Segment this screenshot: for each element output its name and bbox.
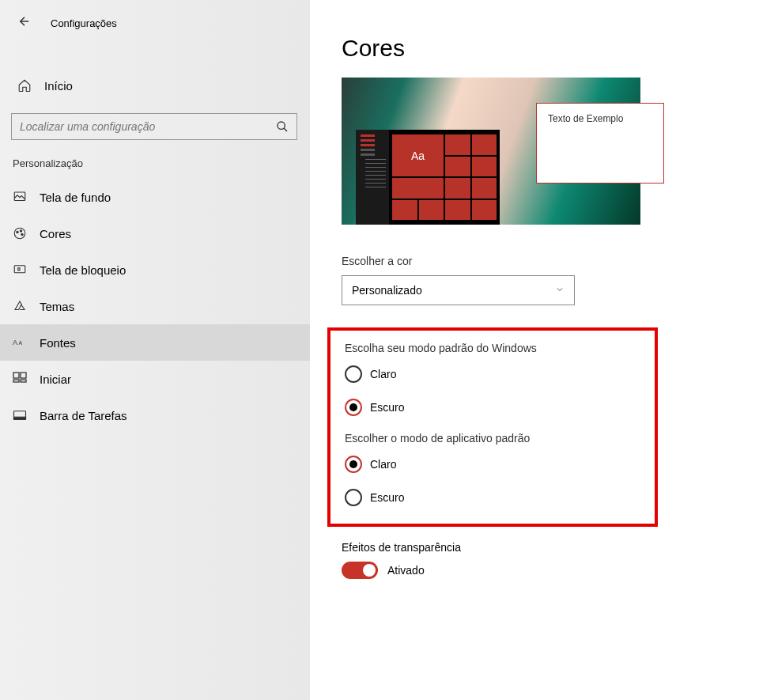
nav-item-start[interactable]: Iniciar [0,361,310,397]
chevron-down-icon [555,285,565,297]
preview-tile: Aa [392,134,444,176]
svg-text:A: A [13,339,17,346]
header: Configurações [0,0,310,47]
header-title: Configurações [51,17,117,29]
radio-icon [345,489,362,506]
nav-item-themes[interactable]: Temas [0,288,310,324]
svg-rect-15 [14,417,26,419]
back-arrow-icon[interactable] [17,14,32,32]
transparency-label: Efeitos de transparência [342,541,778,554]
nav-label: Tela de fundo [40,191,111,204]
nav-item-lockscreen[interactable]: Tela de bloqueio [0,252,310,288]
highlight-box: Escolha seu modo padrão do Windows Claro… [327,327,658,527]
transparency-value: Ativado [387,564,425,577]
preview-window: Texto de Exemplo [536,103,664,184]
nav-label: Temas [40,300,74,313]
svg-rect-11 [21,373,26,378]
radio-windows-light[interactable]: Claro [345,365,640,383]
radio-windows-dark[interactable]: Escuro [345,399,640,416]
dropdown-value: Personalizado [352,284,422,297]
search-box[interactable] [11,113,297,140]
section-label: Personalização [0,140,310,179]
svg-rect-13 [21,380,26,382]
themes-icon [13,299,27,313]
radio-icon [345,399,362,416]
home-icon [17,78,32,93]
svg-rect-12 [13,380,19,382]
nav-item-colors[interactable]: Cores [0,215,310,252]
nav-item-fonts[interactable]: AA Fontes [0,324,310,361]
radio-label: Claro [370,458,396,471]
color-preview: Aa Texto de Exemplo [342,78,640,225]
preview-text: Texto de Exemplo [548,113,623,124]
svg-point-0 [278,122,285,129]
transparency-toggle[interactable] [342,562,378,579]
radio-label: Escuro [370,401,405,414]
radio-app-dark[interactable]: Escuro [345,489,640,506]
radio-label: Claro [370,368,396,380]
home-label: Início [44,79,73,93]
start-icon [13,372,27,386]
search-input[interactable] [20,120,276,133]
svg-point-3 [17,231,18,233]
fonts-icon: AA [13,335,27,350]
radio-label: Escuro [370,491,405,504]
main-content: Cores Aa Texto de Exemplo Escolher a cor [310,0,778,700]
nav-item-taskbar[interactable]: Barra de Tarefas [0,397,310,433]
svg-point-5 [21,233,23,235]
image-icon [13,190,27,204]
app-mode-label: Escolher o modo de aplicativo padrão [345,432,640,445]
svg-rect-10 [13,373,19,378]
nav-label: Barra de Tarefas [40,409,127,422]
preview-start-menu: Aa [356,130,500,225]
color-mode-label: Escolher a cor [342,255,778,267]
lockscreen-icon [13,263,27,277]
svg-text:A: A [19,340,23,346]
radio-icon [345,456,362,473]
radio-app-light[interactable]: Claro [345,456,640,473]
page-title: Cores [342,35,778,62]
transparency-toggle-row: Ativado [342,562,778,579]
svg-point-4 [20,230,21,232]
palette-icon [13,226,27,240]
nav-label: Fontes [40,336,76,350]
svg-point-2 [14,228,25,239]
radio-icon [345,365,362,383]
nav-label: Tela de bloqueio [40,263,126,277]
sidebar: Configurações Início Personalização Tela… [0,0,310,700]
nav-label: Cores [40,227,71,240]
color-mode-dropdown[interactable]: Personalizado [342,275,575,305]
taskbar-icon [13,408,27,422]
svg-rect-7 [18,268,20,271]
nav-label: Iniciar [40,373,71,386]
nav-item-background[interactable]: Tela de fundo [0,179,310,215]
home-nav[interactable]: Início [0,69,310,102]
windows-mode-label: Escolha seu modo padrão do Windows [345,342,640,354]
search-icon [276,120,289,133]
